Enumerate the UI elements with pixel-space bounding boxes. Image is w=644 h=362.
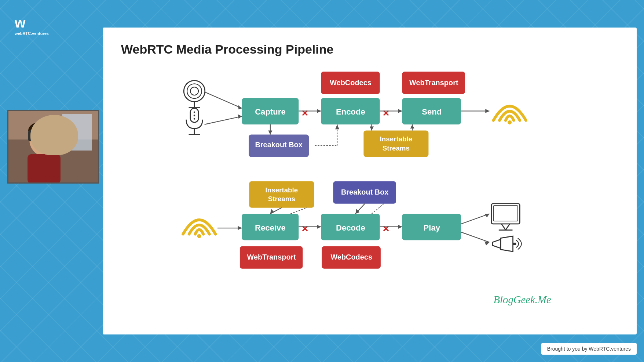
svg-line-101 xyxy=(372,204,384,214)
svg-rect-86 xyxy=(513,243,516,245)
svg-marker-84 xyxy=(493,239,501,248)
logo: w webRTC.ventures xyxy=(13,11,42,38)
svg-point-20 xyxy=(194,111,195,113)
svg-point-22 xyxy=(194,118,195,119)
bottom-banner: Brought to you by WebRTC.ventures xyxy=(541,343,637,355)
slide-title: WebRTC Media Processing Pipeline xyxy=(121,42,618,57)
slide-content: WebRTC Media Processing Pipeline xyxy=(103,28,637,334)
svg-text:✕: ✕ xyxy=(301,108,308,118)
svg-marker-36 xyxy=(398,109,402,113)
svg-line-25 xyxy=(205,116,242,124)
svg-text:WebTransport: WebTransport xyxy=(247,253,296,261)
svg-text:Streams: Streams xyxy=(268,195,295,203)
svg-text:Capture: Capture xyxy=(255,107,286,116)
svg-text:Insertable: Insertable xyxy=(265,186,298,194)
svg-point-5 xyxy=(29,123,59,156)
svg-point-60 xyxy=(197,234,201,238)
svg-line-75 xyxy=(461,214,489,224)
svg-rect-8 xyxy=(56,130,60,141)
svg-text:WebTransport: WebTransport xyxy=(409,79,458,87)
bottom-banner-text: Brought to you by WebRTC.ventures xyxy=(547,346,631,352)
svg-text:WebCodecs: WebCodecs xyxy=(330,253,372,261)
svg-point-10 xyxy=(36,138,41,143)
svg-text:Encode: Encode xyxy=(336,107,365,116)
svg-point-14 xyxy=(190,87,198,95)
svg-marker-24 xyxy=(238,105,242,109)
svg-marker-52 xyxy=(335,124,339,129)
svg-rect-53 xyxy=(363,131,428,157)
svg-line-82 xyxy=(506,224,510,230)
svg-marker-49 xyxy=(268,131,272,135)
svg-point-13 xyxy=(187,84,202,98)
svg-marker-40 xyxy=(485,109,489,113)
svg-rect-9 xyxy=(28,154,61,184)
svg-marker-59 xyxy=(410,124,414,128)
svg-text:✕: ✕ xyxy=(301,224,308,234)
webcam-overlay xyxy=(7,110,99,184)
svg-rect-91 xyxy=(249,181,314,208)
svg-text:Receive: Receive xyxy=(255,223,286,232)
svg-marker-26 xyxy=(238,114,242,119)
svg-line-77 xyxy=(461,232,489,242)
svg-point-21 xyxy=(194,115,195,116)
svg-text:Breakout Box: Breakout Box xyxy=(341,188,388,196)
svg-marker-72 xyxy=(398,225,402,229)
svg-rect-80 xyxy=(493,206,517,221)
svg-point-41 xyxy=(508,120,512,124)
svg-point-11 xyxy=(47,138,52,143)
svg-text:✕: ✕ xyxy=(382,108,389,118)
svg-text:WebCodecs: WebCodecs xyxy=(330,79,372,87)
svg-text:Insertable: Insertable xyxy=(380,135,413,143)
svg-text:Decode: Decode xyxy=(336,223,365,232)
svg-marker-31 xyxy=(317,109,321,113)
svg-marker-67 xyxy=(317,225,321,229)
svg-text:✕: ✕ xyxy=(382,224,389,234)
svg-marker-85 xyxy=(501,236,513,251)
svg-text:BlogGeek.Me: BlogGeek.Me xyxy=(493,294,551,305)
svg-marker-62 xyxy=(238,226,242,230)
svg-rect-4 xyxy=(62,114,92,151)
svg-text:Play: Play xyxy=(424,223,440,232)
svg-line-23 xyxy=(205,92,242,108)
svg-text:w: w xyxy=(14,15,26,30)
pipeline-diagram: Capture ✕ Encode ✕ Send xyxy=(121,68,618,319)
svg-text:Streams: Streams xyxy=(383,144,410,152)
svg-line-96 xyxy=(290,208,307,214)
svg-rect-7 xyxy=(28,130,32,141)
svg-text:webRTC.ventures: webRTC.ventures xyxy=(14,31,49,36)
svg-text:Breakout Box: Breakout Box xyxy=(255,141,302,149)
svg-point-6 xyxy=(28,121,60,140)
svg-line-81 xyxy=(502,224,506,230)
svg-text:Send: Send xyxy=(422,107,442,116)
svg-marker-57 xyxy=(370,126,374,130)
